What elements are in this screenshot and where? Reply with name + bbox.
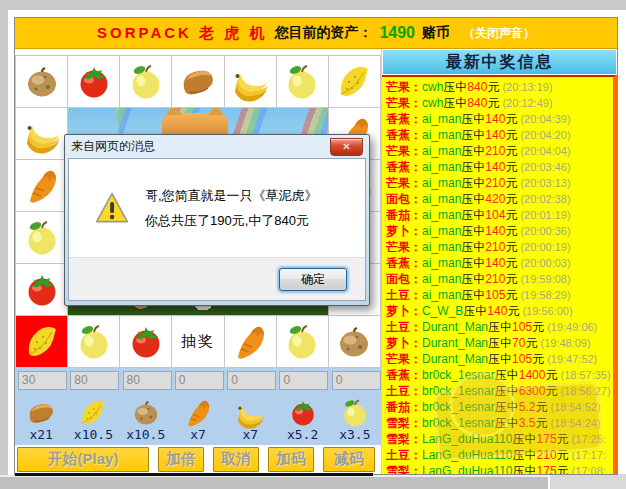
winner-user: br0ck_1esnar bbox=[422, 368, 495, 382]
bottom-gray-strip bbox=[0, 475, 626, 489]
bet-input[interactable] bbox=[123, 371, 172, 390]
winner-yuan: 元 bbox=[557, 448, 569, 462]
potato-icon bbox=[130, 397, 162, 429]
slot-cell bbox=[277, 56, 329, 108]
winner-row: 番茄：br0ck_1esnar压中5.2元 (18:54:52) bbox=[386, 399, 613, 415]
payout-item-banana[interactable]: x7 bbox=[224, 393, 276, 445]
winner-hit-label: 压中 bbox=[461, 112, 485, 126]
slot-machine-page: SORPACK 老 虎 机 您目前的资产： 1490 赌币 （关闭声音） 抽奖 … bbox=[0, 0, 626, 489]
winner-yuan: 元 bbox=[532, 320, 544, 334]
winner-user: LanG_duHua110 bbox=[422, 464, 513, 474]
winner-fruit: 芒果： bbox=[386, 240, 422, 254]
payout-item-potato[interactable]: x10.5 bbox=[120, 393, 172, 445]
winner-time: (20:00:03) bbox=[517, 257, 570, 269]
balance-label: 您目前的资产： bbox=[274, 24, 372, 42]
winner-hit-label: 压中 bbox=[513, 448, 537, 462]
bread-icon bbox=[178, 62, 218, 102]
winner-user: ai_man bbox=[422, 240, 461, 254]
pear-icon bbox=[126, 62, 166, 102]
winner-user: LanG_duHua110 bbox=[422, 448, 513, 462]
cancel-button[interactable]: 取消 bbox=[213, 447, 259, 472]
slot-cell bbox=[120, 316, 172, 368]
winner-row: 香蕉：ai_man压中140元 (20:00:03) bbox=[386, 255, 613, 271]
ok-button[interactable]: 确定 bbox=[279, 268, 347, 291]
winner-yuan: 元 bbox=[505, 288, 517, 302]
payout-item-tomato[interactable]: x5.2 bbox=[276, 393, 328, 445]
potato-icon bbox=[22, 62, 62, 102]
winner-yuan: 元 bbox=[535, 416, 547, 430]
start-button[interactable]: 开始(Play) bbox=[17, 447, 149, 472]
close-icon[interactable]: ✕ bbox=[330, 138, 363, 156]
bet-input[interactable] bbox=[175, 371, 224, 390]
winner-time: (20:04:04) bbox=[517, 145, 570, 157]
title-bar: SORPACK 老 虎 机 您目前的资产： 1490 赌币 （关闭声音） bbox=[15, 18, 617, 49]
multiplier-label: x10.5 bbox=[74, 427, 113, 442]
multiplier-label: x10.5 bbox=[126, 427, 165, 442]
winner-row: 香蕉：ai_man压中140元 (20:04:39) bbox=[386, 111, 613, 127]
winner-hit-label: 压中 bbox=[461, 240, 485, 254]
winner-time: (20:00:36) bbox=[517, 225, 570, 237]
payout-item-bread[interactable]: x21 bbox=[15, 393, 67, 445]
slot-cell bbox=[68, 56, 120, 108]
pear-icon bbox=[282, 62, 322, 102]
winner-user: LanG_duHua110 bbox=[422, 432, 513, 446]
raise-button[interactable]: 加码 bbox=[268, 447, 314, 472]
draw-cell[interactable]: 抽奖 bbox=[172, 316, 224, 368]
control-buttons: 开始(Play)加倍取消加码减码 bbox=[15, 447, 381, 472]
winner-user: ai_man bbox=[422, 288, 461, 302]
bet-input[interactable] bbox=[227, 371, 276, 390]
winner-yuan: 元 bbox=[557, 464, 569, 474]
winner-yuan: 元 bbox=[505, 112, 517, 126]
slot-cell bbox=[16, 316, 68, 368]
double-button[interactable]: 加倍 bbox=[158, 447, 204, 472]
winner-hit-label: 压中 bbox=[513, 432, 537, 446]
winner-yuan: 元 bbox=[505, 192, 517, 206]
tomato-icon bbox=[287, 397, 319, 429]
dialog-message-line2: 你总共压了190元,中了840元 bbox=[145, 208, 318, 233]
winner-user: ai_man bbox=[422, 176, 461, 190]
bet-input[interactable] bbox=[279, 371, 328, 390]
winner-row: 土豆：LanG_duHua110压中210元 (17:17: bbox=[386, 447, 613, 463]
payout-item-mango[interactable]: x10.5 bbox=[67, 393, 119, 445]
slot-area: 抽奖 x21x10.5x10.5x7x7x5.2x3.5 开始(Play)加倍取… bbox=[15, 49, 381, 474]
winner-fruit: 雪梨： bbox=[386, 432, 422, 446]
mute-sound-toggle[interactable]: （关闭声音） bbox=[463, 25, 535, 42]
winner-fruit: 芒果： bbox=[386, 96, 422, 110]
dialog-inner: 哥,您简直就是一只《草泥虎》 你总共压了190元,中了840元 确定 bbox=[68, 158, 366, 301]
winner-amount: 5.2 bbox=[519, 400, 536, 414]
winner-amount: 175 bbox=[537, 432, 557, 446]
potato-icon bbox=[334, 322, 374, 362]
winner-fruit: 芒果： bbox=[386, 176, 422, 190]
winner-yuan: 元 bbox=[545, 384, 557, 398]
winner-hit-label: 压中 bbox=[488, 336, 512, 350]
winner-amount: 140 bbox=[485, 256, 505, 270]
window-frame-top bbox=[0, 0, 626, 10]
dialog-title: 来自网页的消息 bbox=[71, 138, 155, 155]
winner-amount: 140 bbox=[485, 112, 505, 126]
winner-time: (17:17: bbox=[569, 449, 606, 461]
bet-input[interactable] bbox=[332, 371, 381, 390]
dialog-message: 哥,您简直就是一只《草泥虎》 你总共压了190元,中了840元 bbox=[145, 183, 318, 233]
lower-button[interactable]: 减码 bbox=[323, 447, 375, 472]
winner-fruit: 面包： bbox=[386, 272, 422, 286]
winner-time: (20:00:19) bbox=[517, 241, 570, 253]
payout-item-pear[interactable]: x3.5 bbox=[329, 393, 381, 445]
winner-amount: 105 bbox=[512, 352, 532, 366]
winner-row: 雪梨：LanG_duHua110压中175元 (17:25: bbox=[386, 431, 613, 447]
slot-cell bbox=[329, 56, 381, 108]
pear-icon bbox=[282, 322, 322, 362]
winner-amount: 210 bbox=[485, 176, 505, 190]
slot-cell bbox=[120, 56, 172, 108]
winner-time: (19:47:52) bbox=[544, 353, 597, 365]
winner-time: (18:57:35) bbox=[557, 369, 610, 381]
bet-input[interactable] bbox=[18, 371, 67, 390]
slot-cell bbox=[16, 212, 68, 264]
slot-cell bbox=[172, 56, 224, 108]
winner-row: 番茄：ai_man压中104元 (20:01:19) bbox=[386, 207, 613, 223]
slot-cell bbox=[16, 160, 68, 212]
bet-input[interactable] bbox=[70, 371, 119, 390]
winner-hit-label: 压中 bbox=[443, 96, 467, 110]
winner-amount: 210 bbox=[485, 272, 505, 286]
payout-item-carrot[interactable]: x7 bbox=[172, 393, 224, 445]
winners-panel: 最新中奖信息 芒果：cwh压中840元 (20:13:19)芒果：cwh压中84… bbox=[381, 49, 617, 474]
